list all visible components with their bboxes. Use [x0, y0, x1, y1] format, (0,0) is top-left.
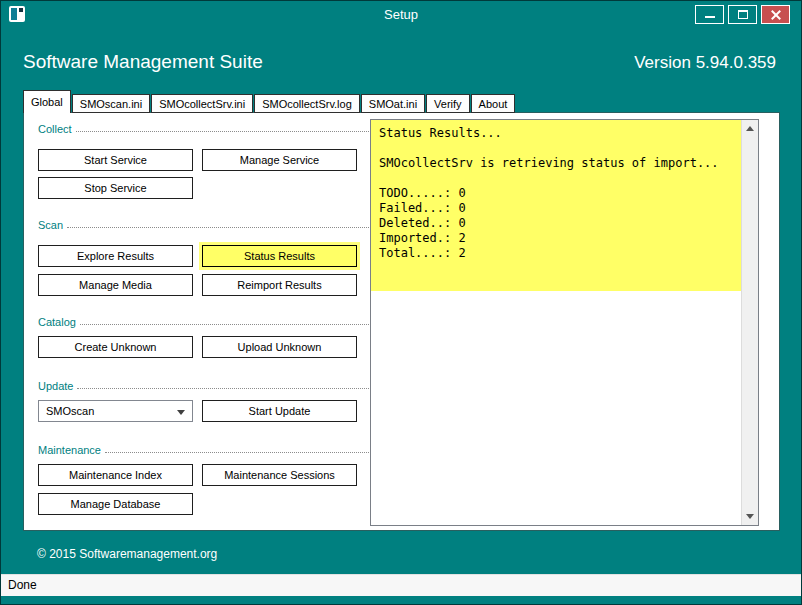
start-service-button[interactable]: Start Service — [38, 149, 193, 171]
manage-media-button[interactable]: Manage Media — [38, 274, 193, 296]
app-title: Software Management Suite — [23, 51, 263, 73]
catalog-divider — [80, 324, 371, 325]
close-button[interactable] — [761, 5, 790, 24]
tab-bar: Global SMOscan.ini SMOcollectSrv.ini SMO… — [23, 90, 516, 113]
output-scrollbar[interactable] — [741, 120, 758, 525]
update-divider — [77, 388, 371, 389]
tab-smoscan-ini[interactable]: SMOscan.ini — [72, 94, 150, 113]
scroll-up-button[interactable] — [742, 120, 758, 137]
window-title: Setup — [1, 7, 801, 22]
tab-global[interactable]: Global — [23, 90, 71, 113]
version-label: Version 5.94.0.359 — [634, 53, 776, 73]
collect-divider — [76, 131, 371, 132]
update-group: Update — [38, 378, 371, 392]
maintenance-group-label: Maintenance — [38, 444, 105, 456]
tab-smocollectsrv-log[interactable]: SMOcollectSrv.log — [254, 94, 360, 113]
copyright-label: © 2015 Softwaremanagement.org — [37, 547, 217, 561]
collect-group-label: Collect — [38, 123, 76, 135]
stop-service-button[interactable]: Stop Service — [38, 177, 193, 199]
update-target-dropdown[interactable]: SMOscan — [38, 400, 193, 422]
catalog-group: Catalog — [38, 314, 371, 328]
start-update-button[interactable]: Start Update — [202, 400, 357, 422]
close-icon — [770, 9, 782, 21]
maintenance-divider — [105, 452, 371, 453]
titlebar[interactable]: Setup — [1, 1, 801, 27]
status-results-button[interactable]: Status Results — [202, 245, 357, 267]
status-text: Done — [8, 578, 37, 592]
setup-window: Setup Software Management Suite Version … — [0, 0, 802, 605]
maximize-button[interactable] — [728, 5, 757, 24]
manage-database-button[interactable]: Manage Database — [38, 493, 193, 515]
collect-group: Collect — [38, 121, 371, 135]
scan-group-label: Scan — [38, 219, 67, 231]
maintenance-index-button[interactable]: Maintenance Index — [38, 464, 193, 486]
explore-results-button[interactable]: Explore Results — [38, 245, 193, 267]
output-textarea[interactable]: Status Results... SMOcollectSrv is retri… — [370, 119, 759, 526]
dropdown-arrow-icon — [177, 410, 185, 415]
output-text-region: Status Results... SMOcollectSrv is retri… — [371, 120, 741, 525]
tab-smocollectsrv-ini[interactable]: SMOcollectSrv.ini — [151, 94, 253, 113]
output-text: Status Results... SMOcollectSrv is retri… — [371, 120, 741, 291]
scan-group: Scan — [38, 217, 371, 231]
scan-divider — [67, 227, 371, 228]
create-unknown-button[interactable]: Create Unknown — [38, 336, 193, 358]
update-group-label: Update — [38, 380, 77, 392]
reimport-results-button[interactable]: Reimport Results — [202, 274, 357, 296]
scroll-down-button[interactable] — [742, 508, 758, 525]
maintenance-group: Maintenance — [38, 442, 371, 456]
main-panel: Collect Start Service Manage Service Sto… — [23, 112, 780, 531]
scroll-up-icon — [746, 126, 754, 131]
maintenance-sessions-button[interactable]: Maintenance Sessions — [202, 464, 357, 486]
tab-about[interactable]: About — [471, 94, 516, 113]
minimize-icon — [705, 16, 715, 18]
tab-verify[interactable]: Verify — [426, 94, 470, 113]
window-controls — [695, 5, 790, 24]
minimize-button[interactable] — [695, 5, 724, 24]
update-target-selected: SMOscan — [46, 405, 94, 417]
scroll-down-icon — [746, 514, 754, 519]
maximize-icon — [738, 10, 748, 19]
upload-unknown-button[interactable]: Upload Unknown — [202, 336, 357, 358]
catalog-group-label: Catalog — [38, 316, 80, 328]
tab-smoat-ini[interactable]: SMOat.ini — [361, 94, 425, 113]
status-bar: Done — [1, 574, 801, 596]
manage-service-button[interactable]: Manage Service — [202, 149, 357, 171]
